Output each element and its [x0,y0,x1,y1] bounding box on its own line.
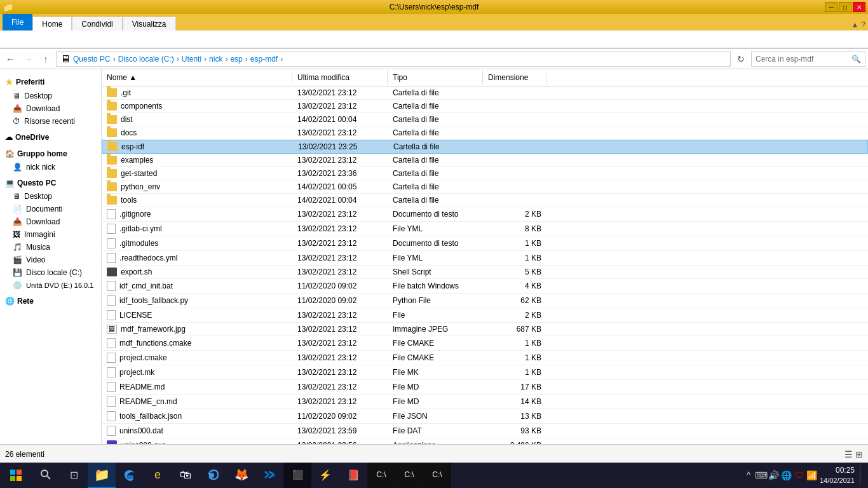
header-type[interactable]: Tipo [388,71,483,85]
up-button[interactable]: ↑ [38,51,53,67]
sidebar-item-risorse[interactable]: ⏱ Risorse recenti [0,115,101,128]
table-row[interactable]: project.cmake 13/02/2021 23:12 File CMAK… [102,351,868,365]
minimize-button[interactable]: ─ [825,2,837,12]
breadcrumb-drive[interactable]: Disco locale (C:) [118,55,174,64]
show-desktop-button[interactable] [860,465,863,485]
tray-keyboard[interactable]: ⌨ [756,470,766,480]
breadcrumb-thispc[interactable]: Questo PC [73,55,111,64]
sidebar-item-musica[interactable]: 🎵 Musica [0,241,101,254]
breadcrumb-esp[interactable]: esp [230,55,242,64]
maximize-button[interactable]: □ [839,2,851,12]
taskbar-ie-button[interactable]: e [144,463,172,488]
table-row[interactable]: unins000.exe 13/02/2021 23:56 Applicazio… [102,438,868,444]
start-button[interactable] [0,463,32,488]
table-row[interactable]: 🖼 mdf_framework.jpg 13/02/2021 23:12 Imm… [102,323,868,336]
table-row[interactable]: idf_tools_fallback.py 11/02/2020 09:02 P… [102,294,868,308]
taskbar-edge2-button[interactable] [200,463,227,488]
file-name: dist [102,113,292,126]
tab-home[interactable]: Home [32,17,72,30]
folder-icon [107,102,117,111]
breadcrumb-utenti[interactable]: Utenti [182,55,201,64]
taskbar-vscode-button[interactable] [255,463,283,488]
grid-view-button[interactable]: ⊞ [855,449,863,459]
table-row[interactable]: dist 14/02/2021 00:04 Cartella di file [102,113,868,126]
table-row[interactable]: python_env 14/02/2021 00:05 Cartella di … [102,180,868,194]
tray-volume[interactable]: 🔊 [769,470,779,480]
table-row[interactable]: export.sh 13/02/2021 23:12 Shell Script … [102,266,868,279]
taskbar-explorer-button[interactable]: 📁 [88,463,116,488]
header-size[interactable]: Dimensione [483,71,546,85]
table-row[interactable]: unins000.dat 13/02/2021 23:59 File DAT 9… [102,424,868,438]
taskbar-cmd2-button[interactable]: C:\ [395,463,423,488]
forward-button[interactable]: → [20,51,36,67]
refresh-button[interactable]: ↻ [733,51,749,67]
taskbar-cmd3-button[interactable]: C:\ [423,463,451,488]
table-row[interactable]: components 13/02/2021 23:12 Cartella di … [102,100,868,113]
tray-battery[interactable]: 📶 [807,470,817,480]
sidebar-header-rete[interactable]: 🌐 Rete [0,294,101,308]
search-input[interactable] [756,55,849,64]
table-row[interactable]: idf_cmd_init.bat 11/02/2020 09:02 File b… [102,279,868,294]
sidebar-item-nick[interactable]: 👤 nick nick [0,161,101,173]
taskbar-edge-button[interactable] [116,463,144,488]
tray-chevron[interactable]: ^ [743,470,754,480]
taskbar-terminal-button[interactable]: ⬛ [283,463,311,488]
header-name[interactable]: Nome ▲ [102,71,292,85]
sidebar-item-desktop[interactable]: 🖥 Desktop [0,90,101,102]
taskbar-orange-button[interactable]: 🦊 [227,463,255,488]
help-button[interactable]: ? [861,20,865,29]
table-row[interactable]: docs 13/02/2021 23:12 Cartella di file [102,126,868,140]
header-modified[interactable]: Ultima modifica [292,71,388,85]
tray-antivirus[interactable]: 🛡 [794,470,804,480]
file-type: Cartella di file [388,167,483,180]
taskbar-acrobat-button[interactable]: 📕 [339,463,367,488]
table-row[interactable]: examples 13/02/2021 23:12 Cartella di fi… [102,154,868,167]
table-row[interactable]: esp-idf 13/02/2021 23:25 Cartella di fil… [102,140,868,154]
table-row[interactable]: .git 13/02/2021 23:12 Cartella di file [102,86,868,100]
close-button[interactable]: ✕ [853,2,865,12]
breadcrumb-nick[interactable]: nick [209,55,222,64]
tray-network[interactable]: 🌐 [782,470,792,480]
sidebar-header-onedrive[interactable]: ☁ OneDrive [0,130,101,144]
table-row[interactable]: project.mk 13/02/2021 23:12 File MK 1 KB [102,365,868,380]
file-type: File [388,308,483,322]
sidebar-item-pc-download[interactable]: 📥 Download [0,215,101,228]
tab-visualizza[interactable]: Visualizza [123,17,176,30]
sidebar-item-download[interactable]: 📥 Download [0,102,101,115]
table-row[interactable]: tools_fallback.json 11/02/2020 09:02 Fil… [102,409,868,424]
table-row[interactable]: README_cn.md 13/02/2021 23:12 File MD 14… [102,395,868,409]
ribbon-collapse-button[interactable]: ▲ [851,20,858,29]
sidebar-header-gruppo[interactable]: 🏠 Gruppo home [0,147,101,161]
table-row[interactable]: LICENSE 13/02/2021 23:12 File 2 KB [102,308,868,323]
list-view-button[interactable]: ☰ [844,449,853,459]
table-row[interactable]: .gitignore 13/02/2021 23:12 Documento di… [102,207,868,222]
clock[interactable]: 00:25 14/02/2021 [820,466,855,485]
sidebar-header-preferiti[interactable]: ★ Preferiti [0,74,101,90]
taskbar-taskview-button[interactable]: ⊡ [60,463,88,488]
sidebar-item-disco-locale[interactable]: 💾 Disco locale (C:) [0,266,101,279]
exe-icon [107,440,117,444]
table-row[interactable]: get-started 13/02/2021 23:36 Cartella di… [102,167,868,180]
sidebar-item-documenti[interactable]: 📄 Documenti [0,203,101,215]
tab-condividi[interactable]: Condividi [72,17,122,30]
sidebar-item-pc-desktop[interactable]: 🖥 Desktop [0,190,101,203]
taskbar-eagle-button[interactable]: ⚡ [311,463,339,488]
sidebar-item-immagini[interactable]: 🖼 Immagini [0,228,101,241]
breadcrumb-esp-mdf[interactable]: esp-mdf [250,55,278,64]
table-row[interactable]: README.md 13/02/2021 23:12 File MD 17 KB [102,380,868,395]
back-button[interactable]: ← [3,51,18,67]
breadcrumb[interactable]: 🖥 Questo PC › Disco locale (C:) › Utenti… [56,51,731,67]
sidebar-item-dvd[interactable]: 💿 Unità DVD (E:) 16.0.1 [0,279,101,292]
taskbar-cmd1-button[interactable]: C:\ [367,463,395,488]
tab-file[interactable]: File [3,14,32,30]
table-row[interactable]: .readthedocs.yml 13/02/2021 23:12 File Y… [102,251,868,266]
sidebar-item-video[interactable]: 🎬 Video [0,254,101,266]
sidebar-header-questo-pc[interactable]: 💻 Questo PC [0,176,101,190]
table-row[interactable]: tools 14/02/2021 00:04 Cartella di file [102,194,868,207]
table-row[interactable]: mdf_functions.cmake 13/02/2021 23:12 Fil… [102,336,868,351]
taskbar-search-button[interactable] [32,463,60,488]
table-row[interactable]: .gitmodules 13/02/2021 23:12 Documento d… [102,236,868,251]
table-row[interactable]: .gitlab-ci.yml 13/02/2021 23:12 File YML… [102,222,868,236]
taskbar-store-button[interactable]: 🛍 [172,463,200,488]
file-modified: 13/02/2021 23:12 [292,266,388,278]
